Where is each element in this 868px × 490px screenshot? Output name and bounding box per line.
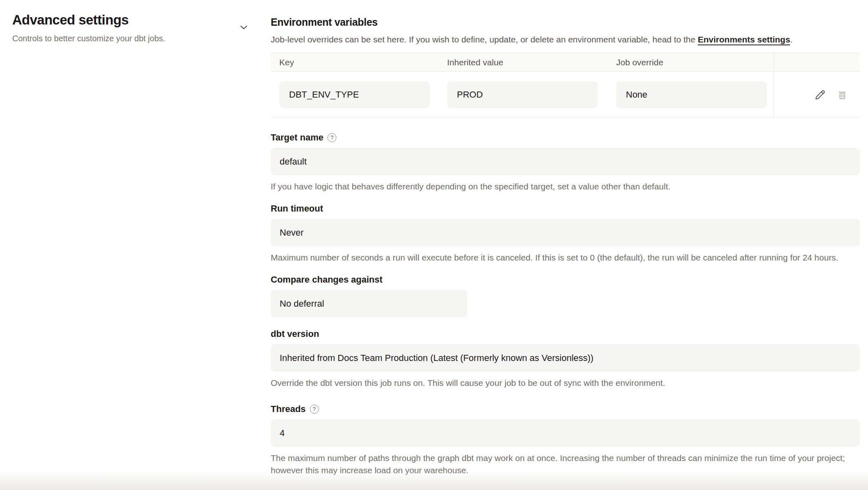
env-var-row: DBT_ENV_TYPE PROD None [271, 72, 860, 118]
run-timeout-label: Run timeout [271, 203, 323, 214]
help-icon[interactable]: ? [327, 133, 336, 142]
help-icon[interactable]: ? [310, 405, 319, 414]
threads-label-row: Threads ? [271, 404, 860, 414]
target-name-input[interactable]: default [271, 148, 860, 175]
env-vars-table-header: Key Inherited value Job override [271, 53, 860, 72]
compare-changes-label-row: Compare changes against [271, 274, 860, 285]
env-var-job-override-input[interactable]: None [616, 81, 767, 108]
threads-label: Threads [271, 404, 306, 414]
advanced-settings-panel: Advanced settings Controls to better cus… [12, 12, 233, 43]
column-header-actions [774, 53, 860, 71]
trash-icon [837, 89, 848, 100]
page-subtitle: Controls to better customize your dbt jo… [12, 34, 233, 43]
environments-settings-link[interactable]: Environments settings [698, 35, 790, 44]
column-header-key: Key [271, 53, 438, 71]
column-header-job-override: Job override [608, 53, 774, 71]
run-timeout-label-row: Run timeout [271, 203, 860, 214]
target-name-label: Target name [271, 132, 323, 143]
env-vars-title: Environment variables [271, 16, 860, 28]
env-vars-description: Job-level overrides can be set here. If … [271, 33, 860, 46]
env-vars-description-text: Job-level overrides can be set here. If … [271, 35, 698, 44]
threads-help-text: The maximum number of paths through the … [271, 452, 860, 477]
advanced-settings-form: Environment variables Job-level override… [271, 16, 860, 477]
edit-env-var-button[interactable] [814, 89, 826, 101]
delete-env-var-button[interactable] [836, 89, 848, 101]
env-var-key-input[interactable]: DBT_ENV_TYPE [279, 81, 430, 108]
run-timeout-input[interactable]: Never [271, 219, 860, 246]
dbt-version-dropdown[interactable]: Inherited from Docs Team Production (Lat… [271, 344, 860, 372]
run-timeout-help-text: Maximum number of seconds a run will exe… [271, 252, 860, 264]
env-var-inherited-value-input[interactable]: PROD [447, 81, 598, 108]
dbt-version-label: dbt version [271, 329, 319, 339]
compare-changes-dropdown[interactable]: No deferral [271, 290, 467, 317]
section-collapse-button[interactable] [237, 20, 251, 34]
env-vars-description-period: . [790, 35, 792, 44]
chevron-down-icon [238, 22, 249, 33]
pencil-icon [815, 89, 826, 100]
dbt-version-help-text: Override the dbt version this job runs o… [271, 377, 860, 389]
env-vars-table: Key Inherited value Job override DBT_ENV… [271, 53, 860, 118]
target-name-label-row: Target name ? [271, 132, 860, 143]
column-header-inherited-value: Inherited value [438, 53, 608, 71]
compare-changes-label: Compare changes against [271, 274, 383, 285]
dbt-version-label-row: dbt version [271, 329, 860, 339]
target-name-help-text: If you have logic that behaves different… [271, 180, 860, 193]
page-title: Advanced settings [12, 12, 233, 28]
threads-input[interactable]: 4 [271, 419, 860, 447]
